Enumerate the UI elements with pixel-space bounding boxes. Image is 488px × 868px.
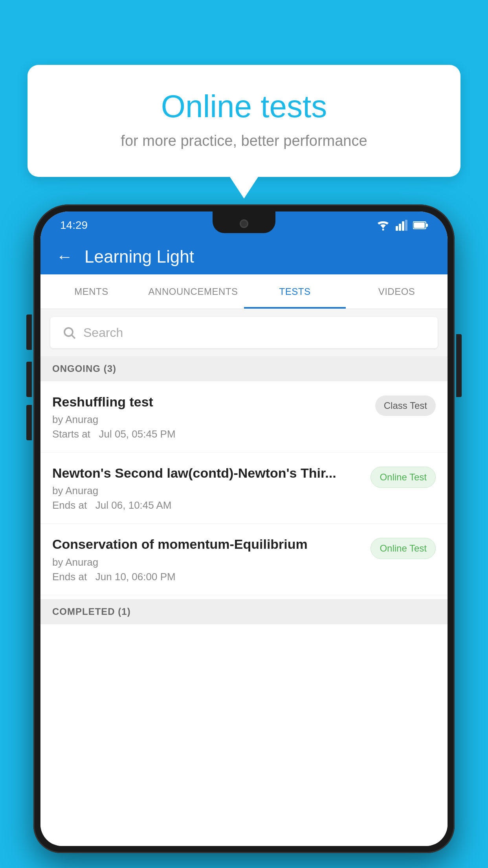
wifi-icon	[376, 220, 390, 231]
status-icons	[376, 220, 428, 231]
test-name: Newton's Second law(contd)-Newton's Thir…	[52, 464, 363, 482]
test-item[interactable]: Reshuffling test by Anurag Starts at Jul…	[40, 381, 448, 452]
phone-screen: 14:29	[40, 211, 448, 846]
bubble-subtitle: for more practice, better performance	[55, 132, 433, 149]
back-button[interactable]: ←	[56, 247, 73, 266]
tab-videos[interactable]: VIDEOS	[346, 274, 448, 309]
app-header: ← Learning Light	[40, 239, 448, 274]
bubble-title: Online tests	[55, 88, 433, 125]
main-content: ONGOING (3) Reshuffling test by Anurag S…	[40, 356, 448, 846]
test-item[interactable]: Newton's Second law(contd)-Newton's Thir…	[40, 452, 448, 524]
test-date: Starts at Jul 05, 05:45 PM	[52, 428, 367, 440]
signal-icon	[396, 220, 407, 231]
test-list: Reshuffling test by Anurag Starts at Jul…	[40, 381, 448, 846]
test-date: Ends at Jun 10, 06:00 PM	[52, 571, 363, 583]
search-icon	[62, 326, 76, 340]
svg-rect-4	[405, 220, 407, 231]
test-author: by Anurag	[52, 485, 363, 497]
completed-section-header: COMPLETED (1)	[40, 599, 448, 624]
tab-ments[interactable]: MENTS	[40, 274, 142, 309]
test-name: Reshuffling test	[52, 393, 367, 410]
search-bar[interactable]: Search	[50, 317, 438, 348]
notch	[213, 211, 275, 233]
svg-rect-6	[426, 224, 428, 227]
tab-announcements[interactable]: ANNOUNCEMENTS	[142, 274, 244, 309]
test-item[interactable]: Conservation of momentum-Equilibrium by …	[40, 524, 448, 595]
svg-line-9	[72, 335, 75, 338]
speech-bubble: Online tests for more practice, better p…	[28, 65, 460, 177]
battery-icon	[413, 221, 428, 230]
camera	[240, 219, 248, 228]
phone-frame: 14:29	[33, 204, 455, 853]
test-info: Conservation of momentum-Equilibrium by …	[52, 535, 363, 583]
speech-bubble-container: Online tests for more practice, better p…	[28, 65, 460, 177]
svg-point-8	[64, 328, 73, 336]
phone-container: 14:29	[33, 204, 455, 868]
status-time: 14:29	[60, 219, 88, 232]
test-info: Reshuffling test by Anurag Starts at Jul…	[52, 393, 367, 440]
app-title: Learning Light	[84, 247, 194, 267]
svg-rect-2	[399, 224, 401, 231]
test-badge-class-test: Class Test	[375, 395, 436, 416]
tab-bar: MENTS ANNOUNCEMENTS TESTS VIDEOS	[40, 274, 448, 309]
svg-rect-3	[402, 221, 404, 231]
test-info: Newton's Second law(contd)-Newton's Thir…	[52, 464, 363, 511]
search-container: Search	[40, 309, 448, 356]
svg-rect-7	[414, 223, 425, 228]
test-name: Conservation of momentum-Equilibrium	[52, 535, 363, 553]
tab-tests[interactable]: TESTS	[244, 274, 346, 309]
test-author: by Anurag	[52, 556, 363, 568]
test-date: Ends at Jul 06, 10:45 AM	[52, 499, 363, 511]
test-badge-online-test: Online Test	[371, 538, 436, 559]
svg-point-0	[382, 229, 384, 231]
test-author: by Anurag	[52, 414, 367, 426]
svg-rect-1	[396, 226, 398, 231]
ongoing-section-header: ONGOING (3)	[40, 356, 448, 381]
search-placeholder: Search	[83, 326, 123, 340]
test-badge-online-test: Online Test	[371, 467, 436, 488]
